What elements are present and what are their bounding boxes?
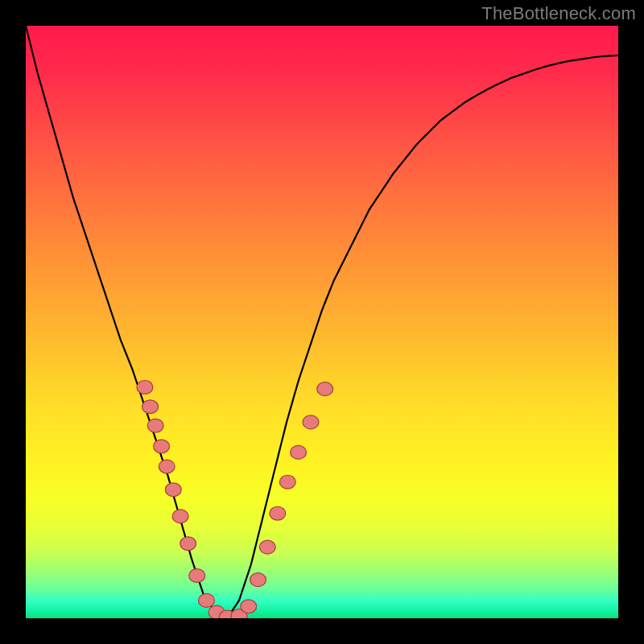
plot-area <box>26 26 618 618</box>
marker-right-2 <box>250 573 266 587</box>
marker-right-3 <box>259 540 275 554</box>
marker-left-1 <box>142 400 159 414</box>
marker-right-5 <box>279 475 295 489</box>
watermark-text: TheBottleneck.com <box>481 3 636 24</box>
marker-left-0 <box>137 381 153 394</box>
marker-left-4 <box>159 460 175 473</box>
data-markers <box>137 381 333 619</box>
right-branch-curve <box>227 56 618 618</box>
chart-frame: TheBottleneck.com <box>0 0 644 644</box>
marker-left-3 <box>154 440 170 453</box>
marker-left-2 <box>147 419 163 432</box>
marker-left-9 <box>199 593 215 607</box>
marker-right-8 <box>317 382 333 396</box>
marker-right-4 <box>270 506 286 520</box>
left-branch-curve <box>26 26 227 618</box>
marker-left-5 <box>165 483 181 497</box>
marker-left-7 <box>180 537 196 551</box>
marker-right-1 <box>241 600 257 613</box>
marker-right-6 <box>291 445 307 459</box>
marker-right-7 <box>303 415 319 429</box>
chart-svg <box>26 26 618 618</box>
marker-left-8 <box>189 569 205 583</box>
marker-left-6 <box>172 510 188 523</box>
